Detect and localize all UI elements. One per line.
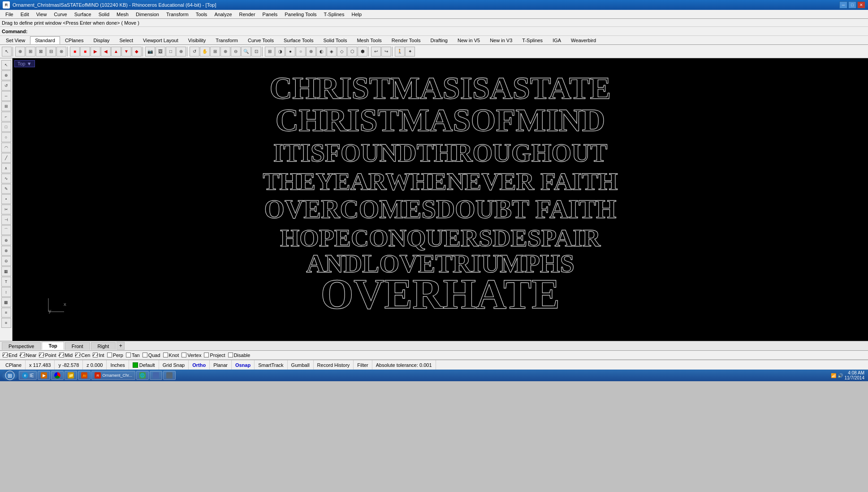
left-tool-pointer[interactable]: ↖: [1, 60, 11, 70]
menu-dimension[interactable]: Dimension: [132, 11, 163, 18]
osnap-quad-check[interactable]: [143, 353, 147, 357]
tool-screen[interactable]: □: [166, 47, 176, 57]
left-tool-move[interactable]: ⊕: [1, 70, 11, 80]
tool-red6[interactable]: ▼: [121, 47, 131, 57]
osnap-tan[interactable]: Tan: [126, 353, 140, 358]
tool-arrow2[interactable]: ↪: [381, 47, 391, 57]
left-tool-offset[interactable]: ⌐: [1, 112, 11, 122]
tool-red7[interactable]: ◆: [132, 47, 142, 57]
menu-tools[interactable]: Tools: [192, 11, 211, 18]
osnap-int[interactable]: ✓ Int: [93, 353, 104, 358]
left-tool-join[interactable]: ⊕: [1, 235, 11, 245]
start-button[interactable]: ⊞: [2, 370, 18, 380]
tool-lasso[interactable]: ⊟: [46, 47, 56, 57]
tool-zoom-extent[interactable]: ⊞: [210, 47, 220, 57]
taskbar-explorer[interactable]: 📁: [65, 371, 77, 380]
vp-tab-front[interactable]: Front: [65, 342, 90, 350]
osnap-mid-check[interactable]: ✓: [59, 353, 64, 357]
menu-tsplines[interactable]: T-Splines: [320, 11, 348, 18]
tool-crossing[interactable]: ⊠: [36, 47, 46, 57]
tool-shade2[interactable]: ●: [285, 47, 295, 57]
tool-wire2[interactable]: ⊕: [306, 47, 316, 57]
menu-render[interactable]: Render: [236, 11, 259, 18]
osnap-disable-check[interactable]: [228, 353, 233, 357]
status-layer[interactable]: Default: [129, 360, 159, 370]
tab-drafting[interactable]: Drafting: [425, 36, 453, 44]
menu-transform[interactable]: Transform: [163, 11, 192, 18]
close-button[interactable]: ✕: [857, 1, 865, 9]
viewport-label[interactable]: Top ▼: [14, 60, 35, 67]
tool-red4[interactable]: ◀: [101, 47, 111, 57]
tab-select[interactable]: Select: [115, 36, 138, 44]
taskbar-mediaplayer[interactable]: ▶: [38, 371, 50, 380]
status-gumball[interactable]: Gumball: [288, 360, 314, 370]
taskbar-app7[interactable]: 🌐: [136, 371, 149, 380]
left-tool-extend[interactable]: ⊣: [1, 215, 11, 225]
vp-tab-top[interactable]: Top: [42, 342, 64, 350]
tab-standard[interactable]: Standard: [30, 36, 60, 44]
status-ortho[interactable]: Ortho: [189, 360, 210, 370]
osnap-point[interactable]: ✓ Point: [39, 353, 56, 358]
tool-zoom-in[interactable]: ⊕: [220, 47, 230, 57]
tab-solid-tools[interactable]: Solid Tools: [318, 36, 352, 44]
left-tool-arc[interactable]: ◠: [1, 143, 11, 152]
tool-red3[interactable]: ▶: [91, 47, 100, 57]
tool-wire1[interactable]: ○: [296, 47, 306, 57]
window-controls[interactable]: ─ □ ✕: [839, 1, 865, 9]
tool-render4[interactable]: ⬡: [347, 47, 357, 57]
tool-render3[interactable]: ◇: [337, 47, 347, 57]
status-record-history[interactable]: Record History: [314, 360, 354, 370]
menu-help[interactable]: Help: [348, 11, 365, 18]
tool-arrow1[interactable]: ↩: [371, 47, 381, 57]
osnap-perp-check[interactable]: [107, 353, 112, 357]
osnap-knot[interactable]: Knot: [163, 353, 179, 358]
tool-window-select[interactable]: ⊞: [26, 47, 35, 57]
left-tool-surface[interactable]: ▦: [1, 266, 11, 276]
left-tool-curve[interactable]: ∿: [1, 174, 11, 183]
left-tool-rect[interactable]: □: [1, 122, 11, 132]
tool-walk[interactable]: 🚶: [395, 47, 405, 57]
osnap-cen-check[interactable]: ✓: [75, 353, 80, 357]
tab-visibility[interactable]: Visibility: [183, 36, 211, 44]
left-tool-explode[interactable]: ⊗: [1, 246, 11, 256]
taskbar-app8[interactable]: [150, 371, 162, 380]
taskbar-app9[interactable]: [163, 371, 176, 380]
left-tool-hatch[interactable]: ▩: [1, 297, 11, 307]
taskbar-illustrator[interactable]: Ai: [78, 371, 91, 380]
left-tool-dim[interactable]: ↕: [1, 287, 11, 297]
tool-render1[interactable]: ◐: [316, 47, 326, 57]
left-tool-line[interactable]: ╱: [1, 153, 11, 163]
tool-render5[interactable]: ⬢: [358, 47, 367, 57]
osnap-int-check[interactable]: ✓: [93, 353, 98, 357]
osnap-end[interactable]: ✓ End: [3, 353, 17, 358]
tool-pan[interactable]: ✋: [200, 47, 210, 57]
tab-transform[interactable]: Transform: [211, 36, 243, 44]
tool-red5[interactable]: ▲: [111, 47, 121, 57]
status-filter[interactable]: Filter: [354, 360, 372, 370]
left-tool-boolean[interactable]: ⊖: [1, 256, 11, 266]
left-tool-rotate[interactable]: ↺: [1, 81, 11, 91]
menu-panels[interactable]: Panels: [259, 11, 281, 18]
left-tool-more1[interactable]: ≡: [1, 308, 11, 318]
tool-photo[interactable]: 🖼: [155, 47, 165, 57]
tab-set-view[interactable]: Set View: [1, 36, 30, 44]
tab-curve-tools[interactable]: Curve Tools: [243, 36, 279, 44]
left-tool-scale[interactable]: ↔: [1, 91, 11, 101]
osnap-disable[interactable]: Disable: [228, 353, 250, 358]
status-unit[interactable]: Inches: [107, 360, 129, 370]
taskbar-ie[interactable]: e IE: [19, 371, 37, 380]
osnap-mid[interactable]: ✓ Mid: [59, 353, 73, 358]
tool-zoom-window[interactable]: 🔍: [241, 47, 251, 57]
left-tool-more2[interactable]: ≡: [1, 318, 11, 328]
maximize-button[interactable]: □: [848, 1, 856, 9]
left-tool-fillet[interactable]: ⌒: [1, 225, 11, 235]
osnap-near-check[interactable]: ✓: [20, 353, 25, 357]
osnap-quad[interactable]: Quad: [143, 353, 160, 358]
osnap-project[interactable]: Project: [204, 353, 225, 358]
tool-pointer[interactable]: ↖: [2, 47, 12, 57]
left-tool-polyline[interactable]: ∧: [1, 163, 11, 173]
taskbar-rhino[interactable]: R Ornament_Chr...: [91, 371, 135, 380]
tab-new-v5[interactable]: New in V5: [453, 36, 485, 44]
vp-tab-perspective[interactable]: Perspective: [2, 342, 41, 350]
tool-grid[interactable]: ⊞: [265, 47, 275, 57]
